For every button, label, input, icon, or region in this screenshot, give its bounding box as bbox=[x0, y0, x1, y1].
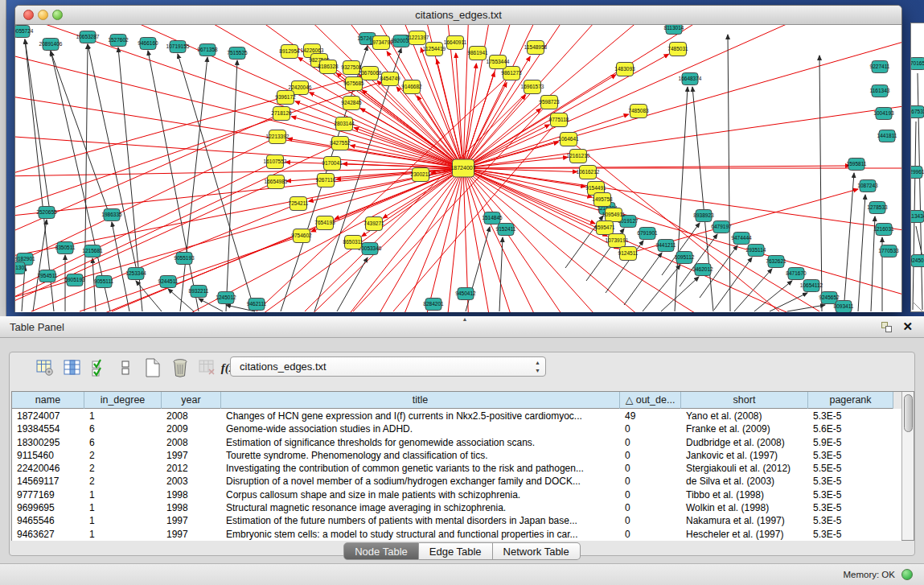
graph-node[interactable]: 9124511 bbox=[618, 247, 639, 261]
graph-node[interactable]: 1216031 bbox=[873, 224, 894, 236]
graph-node[interactable]: 11254419 bbox=[423, 43, 446, 56]
graph-node[interactable]: 8471670 bbox=[786, 268, 807, 280]
close-panel-icon[interactable]: ✕ bbox=[902, 319, 913, 334]
memory-status-indicator[interactable] bbox=[901, 569, 913, 580]
graph-node[interactable]: 9466160 bbox=[138, 38, 158, 50]
graph-node[interactable]: 9671358 bbox=[197, 44, 218, 56]
graph-node[interactable]: 1595811 bbox=[847, 159, 867, 171]
graph-node[interactable]: 9244511 bbox=[158, 276, 179, 288]
graph-node[interactable]: 8113014 bbox=[664, 25, 684, 35]
float-panel-icon[interactable] bbox=[881, 322, 892, 332]
graph-node[interactable]: 1064641 bbox=[558, 133, 579, 146]
graph-node[interactable]: 9055193 bbox=[174, 253, 195, 265]
split-pane-grip-icon[interactable]: ▲ bbox=[462, 316, 468, 322]
graph-node[interactable]: 9462111 bbox=[247, 299, 267, 311]
graph-node[interactable]: 9598723 bbox=[539, 96, 560, 109]
column-header-in_degree[interactable]: in_degree bbox=[84, 392, 162, 409]
column-header-short[interactable]: short bbox=[681, 392, 808, 409]
graph-node[interactable]: 1087243 bbox=[857, 180, 878, 192]
graph-node[interactable]: 1161343 bbox=[870, 85, 890, 97]
graph-node[interactable]: 1215681 bbox=[82, 245, 103, 257]
graph-node[interactable]: 16107552 bbox=[264, 155, 287, 169]
table-selector-dropdown[interactable]: citations_edges.txt ▲▼ bbox=[230, 356, 546, 377]
graph-node[interactable]: 1527602 bbox=[108, 35, 129, 47]
network-window-titlebar[interactable]: citations_edges.txt bbox=[15, 6, 901, 25]
table-row[interactable]: 911546021997Tourette syndrome. Phenomeno… bbox=[12, 449, 901, 462]
background-network-window[interactable]: 17016501167533112996181134349245011 bbox=[910, 23, 924, 312]
graph-node[interactable]: 11548958 bbox=[524, 41, 548, 55]
graph-node[interactable]: 9146682 bbox=[401, 80, 422, 94]
tab-edge-table[interactable]: Edge Table bbox=[419, 542, 493, 560]
graph-node[interactable]: 7254211 bbox=[289, 197, 309, 211]
graph-node[interactable]: 12213392 bbox=[266, 130, 290, 144]
graph-node[interactable]: 2300211 bbox=[411, 168, 431, 182]
graph-node[interactable]: 1167533 bbox=[911, 106, 924, 118]
graph-node[interactable]: 10616212 bbox=[577, 166, 600, 179]
graph-node[interactable]: 2935114 bbox=[746, 245, 766, 257]
graph-node[interactable]: 1701650 bbox=[911, 58, 924, 70]
graph-node[interactable]: 8427552 bbox=[330, 137, 351, 150]
graph-node[interactable]: 1253344 bbox=[125, 268, 146, 280]
graph-node[interactable]: 18724007 bbox=[450, 159, 475, 177]
graph-node[interactable]: 1004193 bbox=[873, 108, 894, 120]
graph-node[interactable]: 16961573 bbox=[521, 80, 544, 94]
graph-node[interactable]: 9055111 bbox=[94, 276, 114, 288]
graph-node[interactable]: 2803144 bbox=[334, 117, 355, 131]
graph-node[interactable]: 7654193 bbox=[314, 216, 335, 230]
column-header-title[interactable]: title bbox=[221, 392, 620, 409]
graph-node[interactable]: 8595471 bbox=[594, 221, 615, 235]
tab-node-table[interactable]: Node Table bbox=[343, 542, 419, 560]
graph-node[interactable]: 9462012 bbox=[692, 264, 713, 276]
graph-node[interactable]: 9245011 bbox=[911, 255, 924, 267]
graph-node[interactable]: 17553444 bbox=[487, 56, 510, 69]
graph-node[interactable]: 19734793 bbox=[370, 36, 393, 50]
graph-node[interactable]: 12161210 bbox=[567, 150, 590, 163]
column-header-year[interactable]: year bbox=[162, 392, 221, 409]
scrollbar-thumb[interactable] bbox=[904, 394, 913, 432]
graph-node[interactable]: 2520655 bbox=[36, 207, 57, 219]
select-attributes-icon[interactable] bbox=[88, 356, 111, 380]
graph-node[interactable]: 1514845 bbox=[482, 212, 503, 225]
graph-node[interactable]: 8454749 bbox=[380, 72, 400, 86]
graph-node[interactable]: 10654112 bbox=[800, 280, 823, 292]
graph-node[interactable]: 8912954 bbox=[279, 45, 300, 59]
table-row[interactable]: 969969511998Structural magnetic resonanc… bbox=[12, 501, 901, 514]
table-scrollbar[interactable] bbox=[901, 392, 914, 540]
graph-node[interactable]: 9775118 bbox=[549, 113, 569, 127]
table-row[interactable]: 1872400712008Changes of HCN gene express… bbox=[12, 410, 901, 422]
graph-node[interactable]: 8113434 bbox=[911, 211, 924, 223]
graph-node[interactable]: 9474444 bbox=[731, 233, 752, 245]
graph-node[interactable]: 9152411 bbox=[496, 224, 516, 236]
graph-node[interactable]: 9861941 bbox=[467, 47, 488, 60]
tab-network-table[interactable]: Network Table bbox=[493, 542, 581, 560]
graph-node[interactable]: 9242845 bbox=[341, 97, 362, 110]
graph-node[interactable]: 7954511 bbox=[38, 270, 58, 282]
graph-node[interactable]: 9227411 bbox=[870, 61, 890, 73]
graph-node[interactable]: 8938923 bbox=[693, 210, 714, 222]
graph-node[interactable]: 9267110 bbox=[316, 174, 336, 187]
graph-node[interactable]: 9450412 bbox=[455, 288, 476, 300]
graph-node[interactable]: 1495758 bbox=[592, 193, 613, 207]
column-header-pagerank[interactable]: pagerank bbox=[808, 392, 893, 409]
graph-node[interactable]: 7515525 bbox=[227, 47, 248, 60]
graph-node[interactable]: 1095112 bbox=[675, 252, 695, 264]
graph-node[interactable]: 7485031 bbox=[667, 43, 688, 56]
graph-node[interactable]: 8932211 bbox=[189, 286, 209, 298]
graph-node[interactable]: 8093411 bbox=[834, 301, 854, 313]
graph-node[interactable]: 8186328 bbox=[318, 60, 339, 74]
table-row[interactable]: 977716911998Corpus callosum shape and si… bbox=[12, 488, 901, 501]
graph-node[interactable]: 7439271 bbox=[363, 217, 384, 231]
row-height-icon[interactable] bbox=[114, 356, 137, 380]
graph-node[interactable]: 1986335 bbox=[101, 209, 122, 221]
table-row[interactable]: 1456911722003Disruption of a novel membe… bbox=[12, 475, 901, 488]
create-new-attribute-icon[interactable] bbox=[142, 356, 164, 380]
column-header-name[interactable]: name bbox=[12, 392, 84, 409]
table-row[interactable]: 946362711997Embryonic stem cells: a mode… bbox=[12, 528, 901, 541]
graph-node[interactable]: 1483093 bbox=[614, 63, 635, 76]
graph-node[interactable]: 9441211 bbox=[656, 240, 676, 252]
table-row[interactable]: 1938455462009Genome-wide association stu… bbox=[12, 422, 901, 435]
graph-node[interactable]: 6791901 bbox=[637, 228, 658, 240]
graph-node[interactable]: 9170041 bbox=[322, 157, 343, 171]
table-row[interactable]: 2242004622012Investigating the contribut… bbox=[12, 462, 901, 475]
graph-node[interactable]: 7632621 bbox=[766, 256, 786, 268]
